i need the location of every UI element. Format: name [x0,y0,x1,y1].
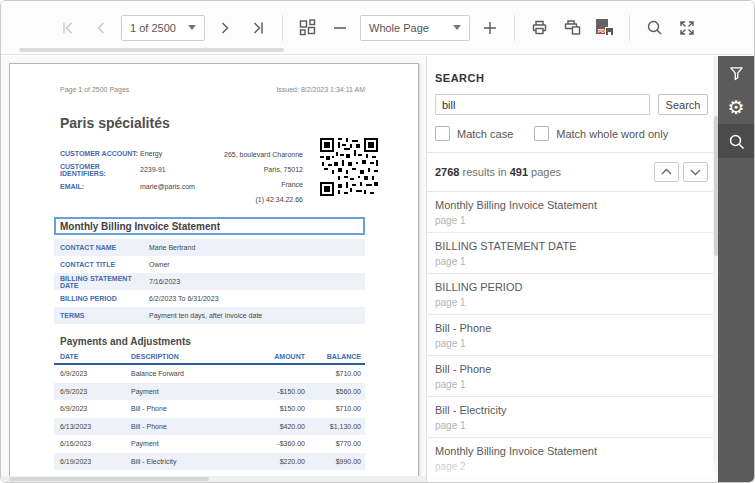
qr-code [320,138,378,196]
toolbar-scrollbar-thumb[interactable] [19,48,284,52]
match-whole-word-checkbox[interactable] [534,126,549,141]
field-label: BILLING STATEMENT DATE [54,275,149,289]
search-result-item[interactable]: Monthly Billing Invoice Statement page 2 [427,438,720,479]
search-result-item[interactable]: BILLING STATEMENT DATE page 1 [427,233,720,274]
table-row: 6/16/2023 Payment -$360.00 $770.00 [54,435,365,453]
zoom-select-value: Whole Page [369,22,429,34]
search-result-item[interactable]: BILLING STATEMENT DATE page 2 [427,479,720,482]
export-button[interactable]: PDF [592,15,618,41]
search-button[interactable]: Search [658,94,708,115]
parameters-tab-button[interactable] [718,56,754,90]
page-running-header: Page 1 of 2500 Pages Issued: 8/2/2023 1:… [60,86,365,93]
issued-text: Issued: 8/2/2023 1:34:11 AM [276,86,365,93]
search-highlight-box: Monthly Billing Invoice Statement [54,217,365,235]
customer-info-block: CUSTOMER ACCOUNT: Energy CUSTOMER IDENTI… [54,145,365,201]
multi-page-view-button[interactable] [294,15,320,41]
search-panel-title: SEARCH [435,72,720,84]
column-header: DATE [54,353,131,363]
printer-with-page-icon [564,19,581,36]
next-result-button[interactable] [683,162,708,182]
toolbar-separator [629,15,630,41]
detail-row: BILLING PERIOD 6/2/2023 To 6/31/2023 [54,290,365,307]
field-label: CONTACT TITLE [54,261,149,268]
field-label: BILLING PERIOD [54,295,149,302]
address-line: Paris, 75012 [224,162,303,177]
search-result-item[interactable]: Monthly Billing Invoice Statement page 1 [427,192,720,233]
customer-title: Paris spécialités [60,115,365,131]
table-row: 6/9/2023 Payment -$150.00 $560.00 [54,383,365,401]
fullscreen-button[interactable] [674,15,700,41]
field-value: Owner [149,261,170,268]
viewer-horizontal-scrollbar-thumb[interactable] [9,477,209,481]
filter-funnel-icon [728,65,745,82]
export-pdf-icon: PDF [596,19,614,36]
field-value: Payment ten days, after invoice date [149,312,262,319]
chevron-down-icon [453,25,461,30]
column-header: BALANCE [305,353,365,363]
table-row: 6/13/2023 Bill - Phone $420.00 $1,130.00 [54,418,365,436]
tool-sidebar: ⚙ [718,56,754,482]
section-title: Monthly Billing Invoice Statement [60,221,220,232]
address-line: (1) 42.34.22.66 [224,192,303,207]
search-result-item[interactable]: Bill - Phone page 1 [427,315,720,356]
toolbar-separator [514,15,515,41]
customer-address: 265, boulevard Charonne Paris, 75012 Fra… [224,147,303,207]
minus-icon [332,20,348,36]
chevron-up-icon [661,168,672,176]
page-select-dropdown[interactable]: 1 of 2500 [121,15,205,41]
table-row: 6/9/2023 Balance Forward $710.00 [54,365,365,383]
column-header: AMOUNT [243,353,305,363]
search-tab-button[interactable] [718,124,754,158]
field-value: marie@paris.com [140,183,195,190]
chevron-down-icon [690,168,701,176]
field-value: 2239-91 [140,166,166,173]
search-options-row: Match case Match whole word only [435,126,720,141]
field-label: CONTACT NAME [54,244,149,251]
viewer-horizontal-scrollbar[interactable] [1,476,426,482]
first-page-button[interactable] [55,15,81,41]
results-summary: 2768 results in 491 pages [435,166,654,178]
print-page-button[interactable] [559,15,585,41]
table-row: 6/9/2023 Bill - Phone $150.00 $710.00 [54,400,365,418]
previous-page-icon [93,20,109,36]
document-page: Page 1 of 2500 Pages Issued: 8/2/2023 1:… [9,63,419,478]
print-button[interactable] [526,15,552,41]
payments-table: DATE DESCRIPTION AMOUNT BALANCE 6/9/2023… [54,353,365,470]
zoom-out-button[interactable] [327,15,353,41]
search-icon [728,133,745,150]
search-result-item[interactable]: Bill - Phone page 1 [427,356,720,397]
zoom-select-dropdown[interactable]: Whole Page [360,15,470,41]
gear-icon: ⚙ [727,98,744,117]
export-options-tab-button[interactable]: ⚙ [718,90,754,124]
table-row: 6/19/2023 Bill - Electricity $220.00 $99… [54,453,365,471]
previous-result-button[interactable] [654,162,679,182]
detail-row: BILLING STATEMENT DATE 7/16/2023 [54,273,365,290]
page-count-text: Page 1 of 2500 Pages [60,86,129,93]
save-floppy-icon [605,27,614,36]
toolbar-search-button[interactable] [641,15,667,41]
results-pages-count: 491 [510,166,528,178]
address-line: France [224,177,303,192]
chevron-down-icon [188,25,196,30]
billing-details: CONTACT NAME Marie Bertrand CONTACT TITL… [54,239,365,324]
field-value: 7/16/2023 [149,278,180,285]
field-label: CUSTOMER IDENTIFIERS: [60,163,140,177]
detail-row: CONTACT TITLE Owner [54,256,365,273]
search-result-item[interactable]: Bill - Electricity page 1 [427,397,720,438]
search-input[interactable] [435,94,650,115]
field-value: Energy [140,150,162,157]
last-page-icon [250,20,266,36]
match-whole-word-label: Match whole word only [556,128,668,140]
field-value: 6/2/2023 To 6/31/2023 [149,295,219,302]
previous-page-button[interactable] [88,15,114,41]
detail-row: TERMS Payment ten days, after invoice da… [54,307,365,324]
next-page-button[interactable] [212,15,238,41]
match-case-checkbox[interactable] [435,126,450,141]
search-result-item[interactable]: BILLING PERIOD page 1 [427,274,720,315]
document-viewer: Page 1 of 2500 Pages Issued: 8/2/2023 1:… [1,56,426,482]
page-select-value: 1 of 2500 [130,22,176,34]
multi-page-view-icon [299,19,316,36]
zoom-in-button[interactable] [477,15,503,41]
search-results-list: Monthly Billing Invoice Statement page 1… [427,192,720,482]
last-page-button[interactable] [245,15,271,41]
